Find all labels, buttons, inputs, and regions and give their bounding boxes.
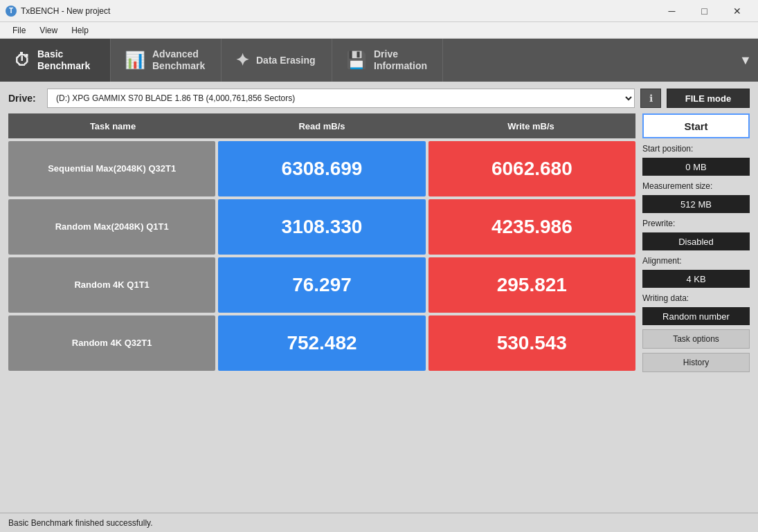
writing-data-label: Writing data:: [642, 293, 750, 303]
data-erasing-label: Data Erasing: [256, 55, 316, 66]
toolbar: ⏱ BasicBenchmark 📊 AdvancedBenchmark ✦ D…: [0, 39, 758, 82]
bench-write-value: 530.543: [428, 315, 635, 371]
tab-advanced-benchmark[interactable]: 📊 AdvancedBenchmark: [111, 39, 222, 82]
history-button[interactable]: History: [642, 353, 750, 372]
tab-basic-benchmark[interactable]: ⏱ BasicBenchmark: [0, 39, 111, 82]
start-position-label: Start position:: [642, 144, 750, 154]
app-icon: T: [6, 6, 17, 17]
advanced-benchmark-icon: 📊: [125, 51, 145, 70]
drive-row: Drive: (D:) XPG GAMMIX S70 BLADE 1.86 TB…: [8, 89, 750, 108]
main-content: Drive: (D:) XPG GAMMIX S70 BLADE 1.86 TB…: [0, 82, 758, 513]
basic-benchmark-label: BasicBenchmark: [37, 48, 90, 72]
bench-read-value: 3108.330: [218, 199, 425, 255]
table-row: Random 4K Q1T176.297295.821: [8, 257, 635, 313]
table-row: Random Max(2048K) Q1T13108.3304235.986: [8, 199, 635, 255]
writing-data-value: Random number: [642, 307, 750, 325]
menu-bar: File View Help: [0, 22, 758, 39]
task-options-button[interactable]: Task options: [642, 329, 750, 349]
drive-information-icon: 💾: [346, 51, 367, 70]
window-title: TxBENCH - New project: [21, 6, 110, 16]
benchmark-table: Task name Read mB/s Write mB/s Sequentia…: [8, 113, 635, 506]
bench-task-name: Random 4K Q32T1: [8, 315, 215, 371]
bench-read-value: 76.297: [218, 257, 425, 313]
benchmark-section: Task name Read mB/s Write mB/s Sequentia…: [8, 113, 750, 506]
close-button[interactable]: ✕: [721, 1, 752, 21]
maximize-button[interactable]: □: [689, 1, 720, 21]
bench-task-name: Random Max(2048K) Q1T1: [8, 199, 215, 255]
start-button[interactable]: Start: [642, 113, 750, 138]
header-task-name: Task name: [8, 121, 217, 131]
tab-drive-information[interactable]: 💾 DriveInformation: [332, 39, 443, 82]
drive-select[interactable]: (D:) XPG GAMMIX S70 BLADE 1.86 TB (4,000…: [47, 89, 635, 108]
menu-file[interactable]: File: [6, 24, 33, 37]
file-mode-button[interactable]: FILE mode: [667, 89, 750, 108]
basic-benchmark-icon: ⏱: [14, 51, 30, 70]
bench-task-name: Random 4K Q1T1: [8, 257, 215, 313]
minimize-button[interactable]: ─: [656, 1, 687, 21]
drive-info-button[interactable]: ℹ: [640, 89, 661, 108]
bench-task-name: Sequential Max(2048K) Q32T1: [8, 141, 215, 196]
drive-information-label: DriveInformation: [374, 48, 427, 72]
title-bar: T TxBENCH - New project ─ □ ✕: [0, 0, 758, 22]
status-message: Basic Benchmark finished successfully.: [8, 518, 153, 528]
prewrite-label: Prewrite:: [642, 219, 750, 228]
alignment-value: 4 KB: [642, 270, 750, 288]
status-bar: Basic Benchmark finished successfully.: [0, 513, 758, 532]
header-write: Write mB/s: [426, 121, 635, 131]
toolbar-dropdown-button[interactable]: ▼: [733, 39, 758, 82]
window-controls: ─ □ ✕: [656, 1, 752, 21]
bench-write-value: 295.821: [428, 257, 635, 313]
menu-help[interactable]: Help: [64, 24, 96, 37]
measurement-size-value: 512 MB: [642, 195, 750, 213]
drive-label: Drive:: [8, 93, 42, 104]
bench-write-value: 6062.680: [428, 141, 635, 196]
tab-data-erasing[interactable]: ✦ Data Erasing: [222, 39, 332, 82]
menu-view[interactable]: View: [33, 24, 64, 37]
right-panel: Start Start position: 0 MB Measurement s…: [642, 113, 750, 506]
alignment-label: Alignment:: [642, 256, 750, 266]
prewrite-value: Disabled: [642, 232, 750, 250]
benchmark-rows: Sequential Max(2048K) Q32T16308.6996062.…: [8, 141, 635, 371]
start-position-value: 0 MB: [642, 158, 750, 176]
advanced-benchmark-label: AdvancedBenchmark: [152, 48, 205, 72]
measurement-size-label: Measurement size:: [642, 181, 750, 191]
header-read: Read mB/s: [217, 121, 426, 131]
benchmark-header: Task name Read mB/s Write mB/s: [8, 113, 635, 138]
bench-write-value: 4235.986: [428, 199, 635, 255]
bench-read-value: 752.482: [218, 315, 425, 371]
bench-read-value: 6308.699: [218, 141, 425, 196]
table-row: Random 4K Q32T1752.482530.543: [8, 315, 635, 371]
table-row: Sequential Max(2048K) Q32T16308.6996062.…: [8, 141, 635, 196]
data-erasing-icon: ✦: [235, 51, 249, 70]
